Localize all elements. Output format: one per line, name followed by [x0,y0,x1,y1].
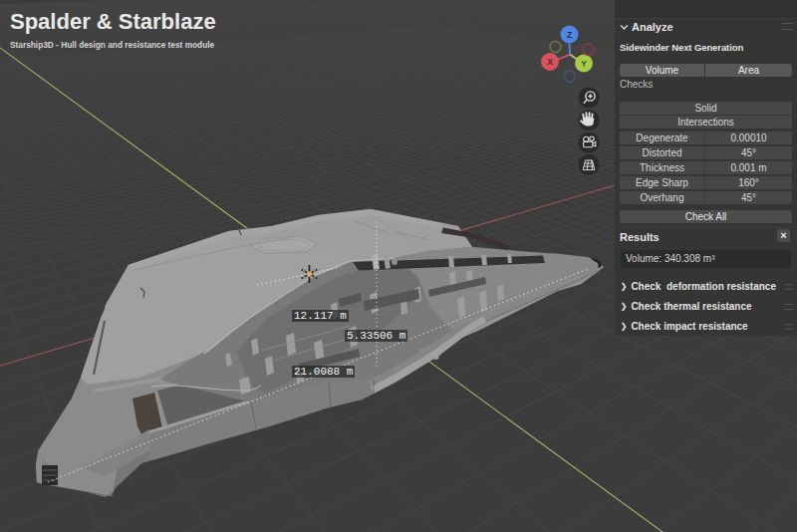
svg-text:Y: Y [581,59,587,69]
svg-text:X: X [547,57,553,67]
svg-text:Z: Z [567,30,572,40]
